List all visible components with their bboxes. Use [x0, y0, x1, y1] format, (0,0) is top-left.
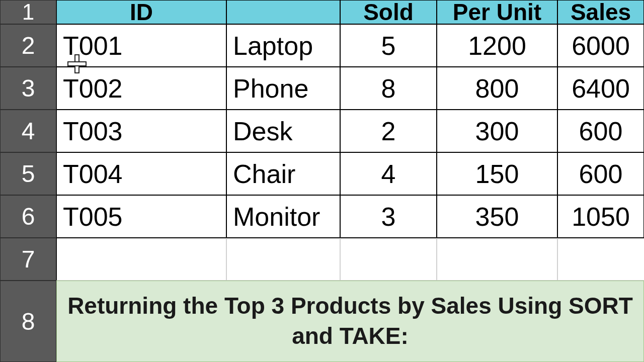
row-header[interactable]: 4	[0, 110, 56, 152]
row-header[interactable]: 7	[0, 238, 56, 281]
banner-title[interactable]: Returning the Top 3 Products by Sales Us…	[56, 281, 644, 362]
cell-id[interactable]: T004	[56, 152, 226, 195]
cell-per-unit[interactable]: 350	[437, 195, 557, 238]
cell-sales[interactable]: 6400	[557, 67, 644, 110]
cell-sold[interactable]: 3	[340, 195, 437, 238]
cell-sold[interactable]: 2	[340, 110, 437, 152]
cell-sold[interactable]: 5	[340, 24, 437, 67]
empty-cell[interactable]	[557, 238, 644, 281]
cell-product[interactable]: Monitor	[226, 195, 340, 238]
cell-product[interactable]: Laptop	[226, 24, 340, 67]
cell-product[interactable]: Chair	[226, 152, 340, 195]
cell-id[interactable]: T003	[56, 110, 226, 152]
cell-sold[interactable]: 4	[340, 152, 437, 195]
empty-cell[interactable]	[56, 238, 226, 281]
cell-id[interactable]: T005	[56, 195, 226, 238]
cell-product[interactable]: Desk	[226, 110, 340, 152]
spreadsheet-grid[interactable]: 1 ID Sold Per Unit Sales 2 T001 Laptop 5…	[0, 0, 644, 362]
cell-sales[interactable]: 6000	[557, 24, 644, 67]
col-header-sold[interactable]: Sold	[340, 0, 437, 24]
row-header[interactable]: 2	[0, 24, 56, 67]
empty-cell[interactable]	[437, 238, 557, 281]
cell-sales[interactable]: 600	[557, 152, 644, 195]
col-header-per-unit[interactable]: Per Unit	[437, 0, 557, 24]
row-header[interactable]: 8	[0, 281, 56, 362]
cell-sold[interactable]: 8	[340, 67, 437, 110]
col-header-id[interactable]: ID	[56, 0, 226, 24]
cell-per-unit[interactable]: 150	[437, 152, 557, 195]
row-header[interactable]: 3	[0, 67, 56, 110]
row-header[interactable]: 1	[0, 0, 56, 24]
col-header-product[interactable]	[226, 0, 340, 24]
cell-id[interactable]: T001	[56, 24, 226, 67]
cell-id[interactable]: T002	[56, 67, 226, 110]
cell-sales[interactable]: 1050	[557, 195, 644, 238]
row-header[interactable]: 5	[0, 152, 56, 195]
empty-cell[interactable]	[226, 238, 340, 281]
cell-per-unit[interactable]: 1200	[437, 24, 557, 67]
cell-sales[interactable]: 600	[557, 110, 644, 152]
empty-cell[interactable]	[340, 238, 437, 281]
cell-per-unit[interactable]: 800	[437, 67, 557, 110]
cell-per-unit[interactable]: 300	[437, 110, 557, 152]
col-header-sales[interactable]: Sales	[557, 0, 644, 24]
cell-product[interactable]: Phone	[226, 67, 340, 110]
row-header[interactable]: 6	[0, 195, 56, 238]
